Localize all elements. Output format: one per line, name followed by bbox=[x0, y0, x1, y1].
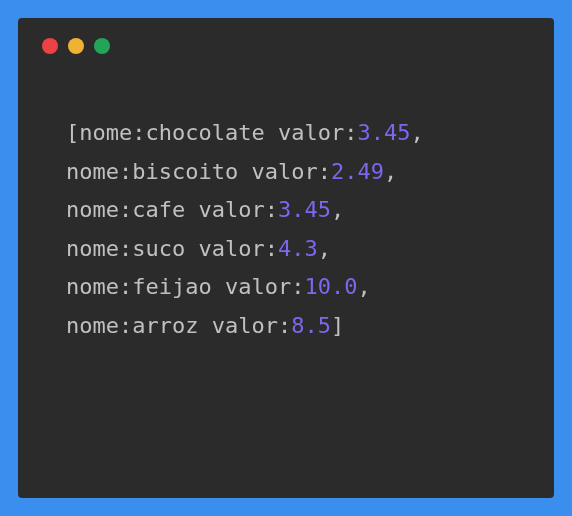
comma: , bbox=[318, 236, 331, 261]
item-valor: 3.45 bbox=[357, 120, 410, 145]
colon: : bbox=[119, 159, 132, 184]
key-nome: nome bbox=[79, 120, 132, 145]
key-valor: valor bbox=[251, 159, 317, 184]
colon: : bbox=[132, 120, 145, 145]
colon: : bbox=[344, 120, 357, 145]
colon: : bbox=[119, 274, 132, 299]
colon: : bbox=[291, 274, 304, 299]
item-nome: suco bbox=[132, 236, 185, 261]
key-valor: valor bbox=[198, 236, 264, 261]
colon: : bbox=[265, 197, 278, 222]
colon: : bbox=[265, 236, 278, 261]
comma: , bbox=[331, 197, 344, 222]
bracket-close: ] bbox=[331, 313, 344, 338]
item-valor: 4.3 bbox=[278, 236, 318, 261]
comma: , bbox=[357, 274, 370, 299]
item-valor: 2.49 bbox=[331, 159, 384, 184]
key-valor: valor bbox=[278, 120, 344, 145]
item-valor: 3.45 bbox=[278, 197, 331, 222]
space bbox=[198, 313, 211, 338]
key-valor: valor bbox=[212, 313, 278, 338]
item-valor: 8.5 bbox=[291, 313, 331, 338]
close-icon[interactable] bbox=[42, 38, 58, 54]
item-nome: arroz bbox=[132, 313, 198, 338]
item-nome: biscoito bbox=[132, 159, 238, 184]
key-nome: nome bbox=[66, 236, 119, 261]
item-valor: 10.0 bbox=[304, 274, 357, 299]
minimize-icon[interactable] bbox=[68, 38, 84, 54]
item-nome: chocolate bbox=[145, 120, 264, 145]
colon: : bbox=[119, 313, 132, 338]
key-valor: valor bbox=[225, 274, 291, 299]
comma: , bbox=[410, 120, 423, 145]
key-nome: nome bbox=[66, 274, 119, 299]
item-nome: cafe bbox=[132, 197, 185, 222]
maximize-icon[interactable] bbox=[94, 38, 110, 54]
colon: : bbox=[278, 313, 291, 338]
key-nome: nome bbox=[66, 197, 119, 222]
window-controls bbox=[42, 38, 530, 54]
space bbox=[185, 197, 198, 222]
terminal-window: [nome:chocolate valor:3.45, nome:biscoit… bbox=[18, 18, 554, 498]
item-nome: feijao bbox=[132, 274, 211, 299]
key-valor: valor bbox=[198, 197, 264, 222]
colon: : bbox=[119, 236, 132, 261]
code-output: [nome:chocolate valor:3.45, nome:biscoit… bbox=[42, 114, 530, 345]
space bbox=[185, 236, 198, 261]
space bbox=[238, 159, 251, 184]
comma: , bbox=[384, 159, 397, 184]
colon: : bbox=[119, 197, 132, 222]
space bbox=[212, 274, 225, 299]
space bbox=[265, 120, 278, 145]
key-nome: nome bbox=[66, 159, 119, 184]
key-nome: nome bbox=[66, 313, 119, 338]
colon: : bbox=[318, 159, 331, 184]
bracket-open: [ bbox=[66, 120, 79, 145]
